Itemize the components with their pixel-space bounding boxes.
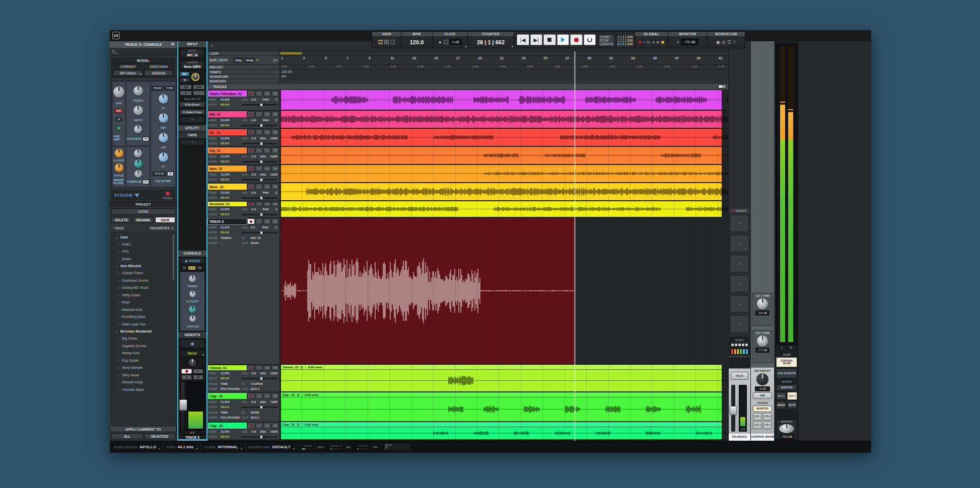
monitor-level-value[interactable]: -75 dB <box>681 39 699 45</box>
view-value[interactable]: CLIPS <box>221 155 242 158</box>
send-state-icon[interactable] <box>745 344 748 346</box>
input-select[interactable]: INPUT MIC 18 <box>180 48 205 58</box>
track-name[interactable]: Chimes_01 <box>208 365 247 370</box>
eq-hf-knob[interactable] <box>159 94 168 104</box>
loop-region[interactable] <box>280 52 302 55</box>
hi-pass-knob[interactable] <box>115 164 123 172</box>
click-level-value[interactable]: 0 dB <box>450 39 462 45</box>
strip-dyn-toggle[interactable]: DYN <box>188 266 196 270</box>
auto-mode-value[interactable]: READ <box>221 124 242 127</box>
track-record-arm-button[interactable] <box>247 111 255 117</box>
pan-right-value[interactable]: 100R <box>270 137 277 140</box>
track-record-arm-button[interactable] <box>247 147 255 153</box>
tree-item[interactable]: Kick1 <box>112 240 175 248</box>
monitor-insert-slot[interactable]: + <box>730 275 749 292</box>
pan-slider[interactable] <box>242 143 277 144</box>
alt1-button[interactable]: ALT 1 <box>776 392 786 400</box>
show-cue-outputs-button[interactable]: CUE OUTPUTS <box>776 368 797 378</box>
signature-strip[interactable]: 4/4 <box>280 74 728 78</box>
apply-all-button[interactable]: ALL <box>111 433 143 439</box>
pan-slider-thumb[interactable] <box>260 103 263 107</box>
track-input-button[interactable]: I <box>255 166 263 172</box>
gear-icon[interactable]: ◉ <box>716 40 720 45</box>
add-tape-button[interactable]: + <box>180 139 205 145</box>
tree-item[interactable]: Glossy BG Vocal <box>112 284 175 292</box>
track-input-button[interactable]: I <box>255 184 263 190</box>
track-input-button[interactable]: I <box>255 423 263 429</box>
monitor-insert-slot[interactable]: + <box>730 315 749 333</box>
tree-item[interactable]: Pop Guitar <box>112 357 175 364</box>
tempo-value[interactable]: 120.00 <box>282 70 292 73</box>
favorites-toggle[interactable]: FAVORITES ☆ <box>150 226 174 230</box>
gain-knob[interactable] <box>113 87 124 98</box>
insert-plugin-slot[interactable]: ◆ <box>180 339 205 348</box>
gate-depth-knob[interactable] <box>133 106 143 115</box>
track-header[interactable]: Clap _01ISMVIEWCLIPSVOL-2.6100L100RAUTOR… <box>207 392 280 422</box>
tree-group[interactable]: ⌄Brendan Morawski <box>112 328 175 335</box>
comp-in-button[interactable]: IN <box>143 180 149 184</box>
track-input-button[interactable]: I <box>193 369 203 374</box>
cue-button[interactable]: CUE 2 <box>763 413 772 421</box>
comp-thresh-knob[interactable] <box>134 149 142 157</box>
track-lane[interactable] <box>280 183 728 201</box>
mode-value[interactable]: TIME <box>221 382 242 385</box>
go-to-end-button[interactable]: ▶| <box>530 34 543 45</box>
tree-item[interactable]: Thunder Bass <box>112 386 175 393</box>
pan-slider-thumb[interactable] <box>260 196 263 200</box>
tree-item[interactable]: OHs <box>112 248 175 256</box>
strip-in-toggle[interactable]: IN <box>182 266 187 270</box>
monitor-insert-slot[interactable]: + <box>730 235 749 252</box>
mode-value[interactable]: TEMPO <box>221 236 242 239</box>
automation-read-button[interactable]: READ <box>180 350 205 357</box>
in-value[interactable]: 8 S/PDIF <box>251 382 263 385</box>
list-icon[interactable]: ☰ <box>727 40 731 45</box>
cue-button[interactable]: CUE 1 <box>753 413 762 421</box>
sidechain-assign-button[interactable]: ASSIGN <box>144 70 173 76</box>
track-input-button[interactable]: I <box>255 147 263 153</box>
input-in-button[interactable]: IN <box>180 77 190 83</box>
pan-slider-thumb[interactable] <box>260 435 263 439</box>
track-mute-button[interactable]: M <box>271 218 279 224</box>
track-header[interactable]: Barn_01ISMVIEWCLIPSVOL-2.6100L100RAUTORE… <box>207 165 280 183</box>
track-record-arm-button[interactable] <box>247 202 255 206</box>
monitor-level-knob[interactable] <box>779 424 794 433</box>
pan-right-value[interactable]: C <box>275 226 277 229</box>
pan-slider[interactable] <box>242 179 277 181</box>
monitor-insert-slot[interactable]: + <box>730 295 749 312</box>
phantom-48v-button[interactable]: 48V <box>180 85 192 90</box>
alt2-button[interactable]: ALT 2 <box>787 392 797 400</box>
track-mute-button[interactable]: M <box>271 202 279 206</box>
gate-in-button[interactable]: IN <box>143 137 149 141</box>
view-value[interactable]: CLIPS <box>221 119 242 122</box>
auto-mode-value[interactable]: READ <box>221 435 242 438</box>
vol-value[interactable]: -2.6 <box>251 430 256 433</box>
track-lane[interactable]: Clap _01Q♪0.00 semi <box>280 422 728 440</box>
pan-right-value[interactable]: C <box>275 119 277 122</box>
pan-slider-thumb[interactable] <box>260 142 263 145</box>
track-record-arm-button[interactable] <box>247 365 255 370</box>
send-state-icon[interactable] <box>738 344 741 346</box>
tree-item[interactable]: Keys <box>112 299 175 306</box>
send-state-icon[interactable] <box>742 344 744 346</box>
pan-slider-thumb[interactable] <box>260 231 263 234</box>
track-header[interactable]: Arp_01ISMVIEWCLIPSVOL-2.6100L100RAUTOREA… <box>207 147 280 165</box>
pan-right-value[interactable]: 100R <box>270 173 277 176</box>
add-record-fx-button[interactable]: + <box>180 117 205 123</box>
global-solo-toggle[interactable]: S <box>653 41 655 44</box>
lo-pass-knob[interactable] <box>115 149 123 157</box>
track-input-button[interactable]: I <box>255 218 263 224</box>
track-name[interactable]: Arp_01 <box>208 147 247 153</box>
audio-clip[interactable]: Clap _01Q♪0.00 semi <box>281 392 722 421</box>
bpm-value[interactable]: 120.0 <box>410 39 424 45</box>
track-solo-button[interactable]: S <box>263 129 271 135</box>
audio-clip[interactable]: Chimes_01Q♪0.00 semi <box>281 365 722 391</box>
view-value[interactable]: CLIPS <box>221 173 242 176</box>
tree-item[interactable]: Silky Vocal <box>112 371 175 379</box>
tree-item[interactable]: Heavy Kick <box>112 350 175 357</box>
audio-clip[interactable] <box>281 201 722 217</box>
chevron-right-icon[interactable]: › <box>276 70 277 74</box>
auto-mode-value[interactable]: READ <box>221 196 242 199</box>
auto-mode-value[interactable]: READ <box>221 231 242 234</box>
track-header[interactable]: 808_01ISMVIEWCLIPSVOL-2.6PANCAUTOREAD <box>207 111 280 128</box>
stop-value[interactable]: 1 | 1 | 000 <box>615 39 633 42</box>
